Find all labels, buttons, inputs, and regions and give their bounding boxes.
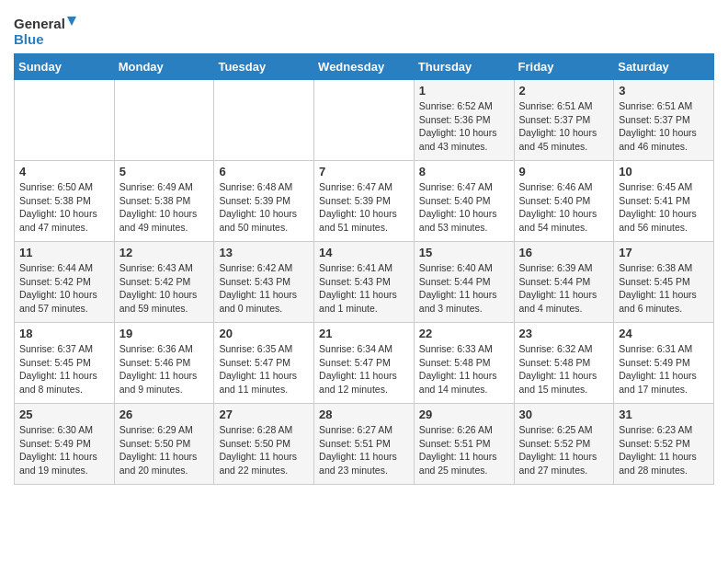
week-row-5: 25Sunrise: 6:30 AM Sunset: 5:49 PM Dayli…	[15, 404, 714, 485]
week-row-1: 1Sunrise: 6:52 AM Sunset: 5:36 PM Daylig…	[15, 80, 714, 161]
day-number: 7	[319, 165, 409, 178]
day-number: 2	[519, 84, 609, 98]
day-cell	[214, 80, 314, 161]
day-cell: 20Sunrise: 6:35 AM Sunset: 5:47 PM Dayli…	[214, 323, 314, 404]
day-cell	[114, 80, 214, 161]
day-info: Sunrise: 6:43 AM Sunset: 5:42 PM Dayligh…	[119, 261, 210, 316]
day-cell: 8Sunrise: 6:47 AM Sunset: 5:40 PM Daylig…	[414, 161, 514, 242]
day-number: 20	[219, 327, 309, 340]
day-cell: 16Sunrise: 6:39 AM Sunset: 5:44 PM Dayli…	[514, 242, 614, 323]
day-info: Sunrise: 6:25 AM Sunset: 5:52 PM Dayligh…	[519, 423, 609, 477]
day-number: 19	[119, 327, 210, 340]
header-cell-thursday: Thursday	[414, 54, 514, 80]
day-cell: 2Sunrise: 6:51 AM Sunset: 5:37 PM Daylig…	[514, 80, 614, 161]
logo: General Blue	[14, 13, 78, 48]
day-cell: 22Sunrise: 6:33 AM Sunset: 5:48 PM Dayli…	[414, 323, 514, 404]
day-info: Sunrise: 6:28 AM Sunset: 5:50 PM Dayligh…	[219, 423, 309, 477]
day-cell: 29Sunrise: 6:26 AM Sunset: 5:51 PM Dayli…	[414, 404, 514, 485]
day-number: 27	[219, 408, 309, 421]
day-cell: 28Sunrise: 6:27 AM Sunset: 5:51 PM Dayli…	[314, 404, 415, 485]
day-cell: 15Sunrise: 6:40 AM Sunset: 5:44 PM Dayli…	[414, 242, 514, 323]
day-info: Sunrise: 6:51 AM Sunset: 5:37 PM Dayligh…	[519, 99, 609, 154]
day-number: 31	[619, 408, 709, 421]
day-info: Sunrise: 6:50 AM Sunset: 5:38 PM Dayligh…	[19, 180, 109, 235]
day-number: 5	[119, 165, 210, 178]
day-cell: 9Sunrise: 6:46 AM Sunset: 5:40 PM Daylig…	[514, 161, 614, 242]
day-cell: 27Sunrise: 6:28 AM Sunset: 5:50 PM Dayli…	[214, 404, 314, 485]
week-row-3: 11Sunrise: 6:44 AM Sunset: 5:42 PM Dayli…	[15, 242, 714, 323]
day-cell: 14Sunrise: 6:41 AM Sunset: 5:43 PM Dayli…	[314, 242, 415, 323]
header-cell-saturday: Saturday	[614, 54, 714, 80]
header-row: SundayMondayTuesdayWednesdayThursdayFrid…	[15, 54, 714, 80]
day-number: 16	[519, 246, 609, 259]
day-cell: 6Sunrise: 6:48 AM Sunset: 5:39 PM Daylig…	[214, 161, 314, 242]
day-info: Sunrise: 6:51 AM Sunset: 5:37 PM Dayligh…	[619, 99, 709, 154]
day-info: Sunrise: 6:44 AM Sunset: 5:42 PM Dayligh…	[19, 261, 109, 316]
header-cell-tuesday: Tuesday	[214, 54, 314, 80]
week-row-2: 4Sunrise: 6:50 AM Sunset: 5:38 PM Daylig…	[15, 161, 714, 242]
day-info: Sunrise: 6:29 AM Sunset: 5:50 PM Dayligh…	[119, 423, 210, 477]
day-cell: 19Sunrise: 6:36 AM Sunset: 5:46 PM Dayli…	[114, 323, 214, 404]
day-number: 28	[319, 408, 409, 421]
day-cell: 18Sunrise: 6:37 AM Sunset: 5:45 PM Dayli…	[15, 323, 115, 404]
day-cell: 3Sunrise: 6:51 AM Sunset: 5:37 PM Daylig…	[614, 80, 714, 161]
day-cell: 21Sunrise: 6:34 AM Sunset: 5:47 PM Dayli…	[314, 323, 415, 404]
svg-text:General: General	[14, 16, 65, 31]
day-info: Sunrise: 6:27 AM Sunset: 5:51 PM Dayligh…	[319, 423, 409, 477]
day-number: 30	[519, 408, 609, 421]
day-info: Sunrise: 6:46 AM Sunset: 5:40 PM Dayligh…	[519, 180, 609, 235]
day-info: Sunrise: 6:36 AM Sunset: 5:46 PM Dayligh…	[119, 342, 210, 396]
day-info: Sunrise: 6:47 AM Sunset: 5:39 PM Dayligh…	[319, 180, 409, 235]
day-info: Sunrise: 6:52 AM Sunset: 5:36 PM Dayligh…	[419, 99, 509, 154]
day-cell: 13Sunrise: 6:42 AM Sunset: 5:43 PM Dayli…	[214, 242, 314, 323]
day-number: 1	[419, 84, 509, 98]
day-info: Sunrise: 6:30 AM Sunset: 5:49 PM Dayligh…	[19, 423, 109, 477]
day-number: 29	[419, 408, 509, 421]
day-number: 8	[419, 165, 509, 178]
week-row-4: 18Sunrise: 6:37 AM Sunset: 5:45 PM Dayli…	[15, 323, 714, 404]
day-cell: 4Sunrise: 6:50 AM Sunset: 5:38 PM Daylig…	[15, 161, 115, 242]
day-info: Sunrise: 6:49 AM Sunset: 5:38 PM Dayligh…	[119, 180, 210, 235]
day-cell: 10Sunrise: 6:45 AM Sunset: 5:41 PM Dayli…	[614, 161, 714, 242]
day-number: 4	[19, 165, 109, 178]
day-info: Sunrise: 6:42 AM Sunset: 5:43 PM Dayligh…	[219, 261, 309, 316]
day-number: 15	[419, 246, 509, 259]
day-info: Sunrise: 6:40 AM Sunset: 5:44 PM Dayligh…	[419, 261, 509, 316]
day-cell	[15, 80, 115, 161]
day-cell: 5Sunrise: 6:49 AM Sunset: 5:38 PM Daylig…	[114, 161, 214, 242]
header-cell-monday: Monday	[114, 54, 214, 80]
day-number: 23	[519, 327, 609, 340]
day-number: 25	[19, 408, 109, 421]
day-info: Sunrise: 6:48 AM Sunset: 5:39 PM Dayligh…	[219, 180, 309, 235]
day-number: 18	[19, 327, 109, 340]
day-cell: 12Sunrise: 6:43 AM Sunset: 5:42 PM Dayli…	[114, 242, 214, 323]
day-cell: 1Sunrise: 6:52 AM Sunset: 5:36 PM Daylig…	[414, 80, 514, 161]
day-info: Sunrise: 6:33 AM Sunset: 5:48 PM Dayligh…	[419, 342, 509, 396]
day-cell: 11Sunrise: 6:44 AM Sunset: 5:42 PM Dayli…	[15, 242, 115, 323]
day-info: Sunrise: 6:32 AM Sunset: 5:48 PM Dayligh…	[519, 342, 609, 396]
header-cell-wednesday: Wednesday	[314, 54, 415, 80]
day-cell: 25Sunrise: 6:30 AM Sunset: 5:49 PM Dayli…	[15, 404, 115, 485]
day-number: 9	[519, 165, 609, 178]
day-number: 6	[219, 165, 309, 178]
day-number: 13	[219, 246, 309, 259]
header-cell-friday: Friday	[514, 54, 614, 80]
day-number: 17	[619, 246, 709, 259]
day-cell: 7Sunrise: 6:47 AM Sunset: 5:39 PM Daylig…	[314, 161, 415, 242]
day-number: 11	[19, 246, 109, 259]
day-info: Sunrise: 6:47 AM Sunset: 5:40 PM Dayligh…	[419, 180, 509, 235]
calendar-table: SundayMondayTuesdayWednesdayThursdayFrid…	[14, 53, 714, 485]
day-number: 12	[119, 246, 210, 259]
day-cell: 26Sunrise: 6:29 AM Sunset: 5:50 PM Dayli…	[114, 404, 214, 485]
logo-svg: General Blue	[14, 13, 78, 48]
day-number: 14	[319, 246, 409, 259]
day-info: Sunrise: 6:38 AM Sunset: 5:45 PM Dayligh…	[619, 261, 709, 316]
day-info: Sunrise: 6:39 AM Sunset: 5:44 PM Dayligh…	[519, 261, 609, 316]
day-info: Sunrise: 6:31 AM Sunset: 5:49 PM Dayligh…	[619, 342, 709, 396]
day-number: 24	[619, 327, 709, 340]
page-header: General Blue	[14, 9, 714, 48]
day-number: 10	[619, 165, 709, 178]
day-info: Sunrise: 6:26 AM Sunset: 5:51 PM Dayligh…	[419, 423, 509, 477]
day-info: Sunrise: 6:35 AM Sunset: 5:47 PM Dayligh…	[219, 342, 309, 396]
day-cell: 23Sunrise: 6:32 AM Sunset: 5:48 PM Dayli…	[514, 323, 614, 404]
